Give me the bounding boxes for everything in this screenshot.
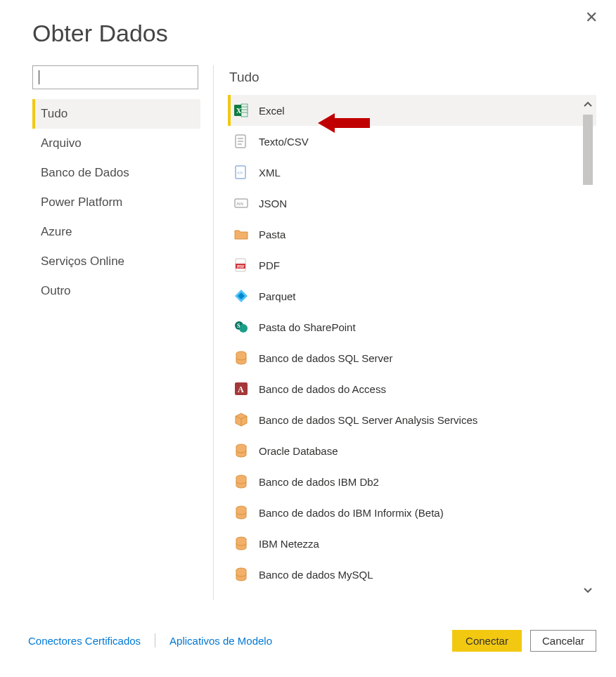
svg-text:</>: </> [237,171,243,175]
connector-item-label: Banco de dados SQL Server Analysis Servi… [259,414,477,426]
footer: Conectores Certificados Aplicativos de M… [24,628,596,653]
connector-item-label: Banco de dados IBM Db2 [259,476,379,488]
template-apps-link[interactable]: Aplicativos de Modelo [165,635,276,647]
footer-separator [155,633,155,647]
scroll-track[interactable] [583,115,593,580]
connect-button[interactable]: Conectar [452,630,522,652]
svg-text:A: A [238,385,244,394]
category-item-label: Azure [41,225,72,238]
connector-list: XExcelTexto/CSV</>XMLJSNJSONPastaPDFPDFP… [228,95,596,600]
text-caret [39,70,39,84]
connector-item-excel-0[interactable]: XExcel [228,95,596,126]
chevron-up-icon [583,100,593,110]
svg-text:JSN: JSN [236,202,244,206]
connector-item-label: Oracle Database [259,445,338,457]
category-item-azure[interactable]: Azure [32,217,200,247]
connector-item-access-9[interactable]: ABanco de dados do Access [228,373,596,404]
content-area: TudoArquivoBanco de DadosPower PlatformA… [0,65,616,600]
main-panel: Tudo XExcelTexto/CSV</>XMLJSNJSONPastaPD… [214,65,596,600]
db-icon [233,474,249,489]
svg-text:X: X [236,107,242,115]
category-item-serviços-online[interactable]: Serviços Online [32,247,200,276]
text-icon [233,134,249,149]
connector-item-folder-4[interactable]: Pasta [228,219,596,250]
scroll-up-button[interactable] [579,95,596,115]
scrollbar[interactable] [579,95,596,600]
category-item-power-platform[interactable]: Power Platform [32,188,200,217]
connector-item-db-13[interactable]: Banco de dados do IBM Informix (Beta) [228,497,596,528]
category-item-arquivo[interactable]: Arquivo [32,129,200,158]
folder-icon [233,226,249,242]
chevron-down-icon [583,585,593,595]
connector-item-json-3[interactable]: JSNJSON [228,188,596,219]
connector-item-cube-10[interactable]: Banco de dados SQL Server Analysis Servi… [228,404,596,435]
category-item-label: Banco de Dados [41,166,129,179]
category-item-label: Outro [41,284,71,297]
scroll-thumb[interactable] [583,115,593,185]
connector-item-label: Banco de dados MySQL [259,569,373,581]
parquet-icon [233,288,249,304]
svg-rect-1 [241,104,248,117]
close-button[interactable]: ✕ [585,10,598,25]
connector-item-label: XML [259,167,281,179]
connector-item-label: Banco de dados do Access [259,383,386,395]
xml-icon: </> [233,165,249,180]
connector-item-label: Banco de dados SQL Server [259,352,392,364]
search-input[interactable] [32,65,198,89]
connector-item-sharepoint-7[interactable]: SPasta do SharePoint [228,311,596,342]
connector-item-db-15[interactable]: Banco de dados MySQL [228,559,596,590]
connector-item-label: PDF [259,259,280,271]
connector-item-label: Pasta do SharePoint [259,321,356,333]
connector-item-label: Texto/CSV [259,136,309,148]
connector-item-label: Banco de dados do IBM Informix (Beta) [259,507,444,519]
db-icon [233,443,249,458]
svg-text:PDF: PDF [237,264,245,269]
connector-item-label: Excel [259,105,285,117]
connector-item-label: IBM Netezza [259,538,319,550]
connector-item-label: Parquet [259,290,296,302]
dialog-title: Obter Dados [0,0,616,65]
json-icon: JSN [233,195,249,211]
svg-point-20 [239,324,248,333]
connector-item-xml-2[interactable]: </>XML [228,157,596,188]
category-item-label: Tudo [41,107,68,120]
category-item-banco-de-dados[interactable]: Banco de Dados [32,158,200,188]
sidebar: TudoArquivoBanco de DadosPower PlatformA… [32,65,214,600]
cancel-button[interactable]: Cancelar [530,630,596,652]
category-item-label: Power Platform [41,195,122,209]
excel-icon: X [233,103,249,118]
category-item-label: Arquivo [41,136,82,150]
connector-item-parquet-6[interactable]: Parquet [228,281,596,311]
connector-list-wrap: XExcelTexto/CSV</>XMLJSNJSONPastaPDFPDFP… [228,95,596,600]
category-item-tudo[interactable]: Tudo [32,99,200,129]
connector-item-label: JSON [259,198,287,209]
certified-connectors-link[interactable]: Conectores Certificados [24,635,145,647]
connector-item-pdf-5[interactable]: PDFPDF [228,250,596,281]
db-icon [233,567,249,582]
cube-icon [233,412,249,427]
connector-item-text-1[interactable]: Texto/CSV [228,126,596,157]
db-icon [233,350,249,366]
connector-item-label: Pasta [259,228,285,240]
access-icon: A [233,381,249,396]
db-icon [233,505,249,520]
category-item-label: Serviços Online [41,254,124,268]
category-item-outro[interactable]: Outro [32,276,200,306]
connector-item-db-12[interactable]: Banco de dados IBM Db2 [228,466,596,497]
close-icon: ✕ [585,8,598,26]
category-list: TudoArquivoBanco de DadosPower PlatformA… [32,99,200,306]
connector-item-db-14[interactable]: IBM Netezza [228,528,596,559]
svg-text:S: S [237,323,240,329]
connector-item-db-11[interactable]: Oracle Database [228,435,596,466]
db-icon [233,536,249,551]
scroll-down-button[interactable] [579,580,596,600]
pdf-icon: PDF [233,257,249,273]
panel-header: Tudo [228,65,596,95]
sharepoint-icon: S [233,319,249,335]
connector-item-db-8[interactable]: Banco de dados SQL Server [228,342,596,373]
